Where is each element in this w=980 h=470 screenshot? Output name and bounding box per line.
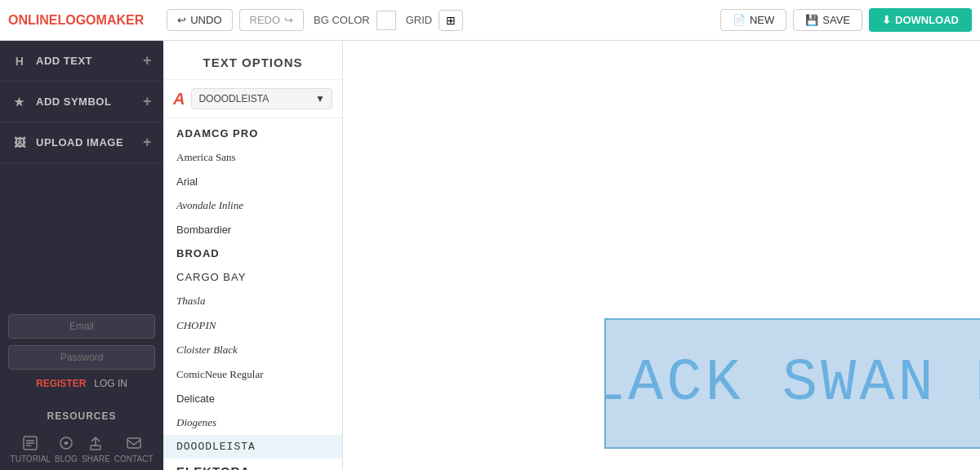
share-label: SHARE xyxy=(82,454,109,463)
blog-label: BLOG xyxy=(55,454,78,463)
bg-color-area: BG COLOR xyxy=(314,11,396,30)
grid-label: GRID xyxy=(406,14,433,26)
sidebar: H ADD TEXT + ★ ADD SYMBOL + 🖼 UPLOAD IMA… xyxy=(0,41,163,470)
font-item-comicneue[interactable]: ComicNeue Regular xyxy=(163,362,342,387)
font-item-delicate[interactable]: Delicate xyxy=(163,387,342,410)
save-button[interactable]: 💾 SAVE xyxy=(793,9,862,31)
new-icon: 📄 xyxy=(733,14,746,26)
sidebar-item-add-text[interactable]: H ADD TEXT + xyxy=(0,41,163,82)
sidebar-inputs xyxy=(0,306,163,378)
new-button[interactable]: 📄 NEW xyxy=(720,9,786,31)
font-item-elektora[interactable]: ELEKTORA xyxy=(163,459,342,470)
register-button[interactable]: REGISTER xyxy=(36,378,86,389)
topbar: ONLINELOGOMAKER ↩ UNDO REDO ↪ BG COLOR G… xyxy=(0,0,980,41)
add-symbol-label: ADD SYMBOL xyxy=(36,95,111,108)
font-item-america[interactable]: America Sans xyxy=(163,145,342,170)
download-icon: ⬇ xyxy=(882,14,891,26)
font-item-thasla[interactable]: Thasla xyxy=(163,289,342,313)
redo-label: REDO xyxy=(250,14,281,26)
contact-link[interactable]: CONTACT xyxy=(114,435,154,463)
text-options-panel: TEXT OPTIONS A DOOODLEISTA ▼ ADAMCG PROA… xyxy=(163,41,343,470)
save-label: SAVE xyxy=(822,14,850,26)
redo-icon: ↪ xyxy=(284,14,293,26)
text-icon: H xyxy=(11,55,28,68)
main-area: H ADD TEXT + ★ ADD SYMBOL + 🖼 UPLOAD IMA… xyxy=(0,41,980,470)
image-icon: 🖼 xyxy=(11,136,28,149)
font-selector: A DOOODLEISTA ▼ xyxy=(163,80,342,118)
undo-label: UNDO xyxy=(190,14,221,26)
panel-title: TEXT OPTIONS xyxy=(163,41,342,80)
sidebar-auth: REGISTER LOG IN xyxy=(0,378,163,397)
logo-part2: LOGO xyxy=(57,13,96,27)
add-text-plus-icon: + xyxy=(143,52,152,69)
blog-link[interactable]: BLOG xyxy=(55,435,78,463)
font-item-diogenes[interactable]: Diogenes xyxy=(163,410,342,435)
text-element[interactable]: BLACK SWAN PUB xyxy=(604,318,980,449)
resources-label: RESOURCES xyxy=(0,397,163,428)
sidebar-item-add-symbol[interactable]: ★ ADD SYMBOL + xyxy=(0,82,163,122)
redo-button[interactable]: REDO ↪ xyxy=(239,9,305,31)
font-item-adamcg[interactable]: ADAMCG PRO xyxy=(163,122,342,145)
font-item-dooodleista[interactable]: DOOODLEISTA xyxy=(163,435,342,459)
canvas-area[interactable]: BLACK SWAN PUB DUPLICATE DELETE xyxy=(343,41,980,470)
undo-icon: ↩ xyxy=(177,14,186,26)
download-label: DOWNLOAD xyxy=(895,14,959,26)
font-item-arial[interactable]: Arial xyxy=(163,170,342,193)
font-item-chopin[interactable]: CHOPIN xyxy=(163,313,342,338)
svg-rect-6 xyxy=(127,438,140,448)
download-button[interactable]: ⬇ DOWNLOAD xyxy=(869,8,972,32)
sidebar-item-upload-image[interactable]: 🖼 UPLOAD IMAGE + xyxy=(0,122,163,163)
bg-color-label: BG COLOR xyxy=(314,14,370,26)
grid-button[interactable]: ⊞ xyxy=(439,10,463,31)
logo-part3: MAKER xyxy=(96,13,145,27)
font-item-broad[interactable]: BROAD xyxy=(163,242,342,265)
tutorial-label: TUTORIAL xyxy=(11,454,51,463)
save-icon: 💾 xyxy=(805,14,818,26)
logo: ONLINELOGOMAKER xyxy=(8,13,144,28)
font-letter: A xyxy=(173,90,185,109)
selected-font-label: DOOODLEISTA xyxy=(198,93,269,104)
font-item-avondale[interactable]: Avondale Inline xyxy=(163,193,342,218)
login-button[interactable]: LOG IN xyxy=(94,378,127,389)
logo-part1: ONLINE xyxy=(8,13,57,27)
contact-label: CONTACT xyxy=(114,454,154,463)
grid-area: GRID ⊞ xyxy=(406,10,464,31)
upload-image-label: UPLOAD IMAGE xyxy=(36,136,123,149)
new-label: NEW xyxy=(750,14,774,26)
font-dropdown[interactable]: DOOODLEISTA ▼ xyxy=(191,88,332,109)
undo-button[interactable]: ↩ UNDO xyxy=(167,9,232,31)
resource-icons: TUTORIAL BLOG SHARE CONTACT xyxy=(0,428,163,470)
upload-image-plus-icon: + xyxy=(143,134,152,151)
share-link[interactable]: SHARE xyxy=(82,435,109,463)
font-item-bombardier[interactable]: Bombardier xyxy=(163,218,342,242)
svg-rect-5 xyxy=(91,446,100,450)
font-item-cloister[interactable]: Cloister Black xyxy=(163,338,342,362)
symbol-icon: ★ xyxy=(11,95,28,109)
bg-color-swatch[interactable] xyxy=(376,11,396,30)
add-symbol-plus-icon: + xyxy=(143,93,152,110)
font-list: ADAMCG PROAmerica SansArialAvondale Inli… xyxy=(163,118,342,470)
canvas-text[interactable]: BLACK SWAN PUB xyxy=(604,350,980,417)
add-text-label: ADD TEXT xyxy=(36,55,92,67)
chevron-down-icon: ▼ xyxy=(315,93,325,104)
tutorial-link[interactable]: TUTORIAL xyxy=(11,435,51,463)
password-field[interactable] xyxy=(8,345,155,370)
email-field[interactable] xyxy=(8,314,155,339)
font-item-cargo[interactable]: CARGO BAY xyxy=(163,265,342,289)
